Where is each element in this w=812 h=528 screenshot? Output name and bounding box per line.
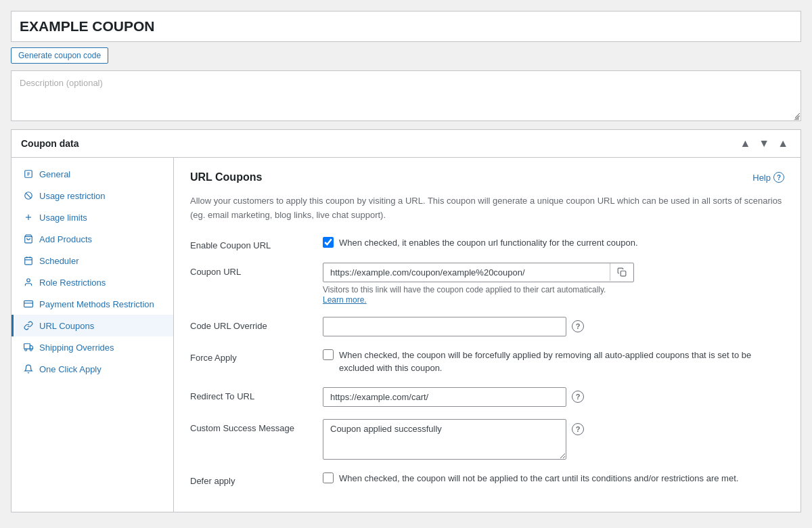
defer-apply-checkbox[interactable] — [323, 472, 334, 483]
sidebar-label-shipping-overrides: Shipping Overrides — [39, 343, 114, 353]
section-header: URL Coupons Help ? — [190, 171, 784, 183]
help-link[interactable]: Help ? — [752, 172, 784, 183]
enable-coupon-url-label: Enable Coupon URL — [190, 236, 312, 250]
svg-rect-13 — [24, 344, 30, 349]
force-apply-field: When checked, the coupon will be forcefu… — [323, 349, 784, 375]
svg-point-10 — [27, 279, 30, 282]
custom-success-message-textarea[interactable]: Coupon applied successfully — [323, 419, 566, 460]
panel-collapse-button[interactable]: ▲ — [775, 137, 791, 150]
code-url-override-help-icon: ? — [572, 320, 584, 332]
payment-methods-icon — [23, 299, 34, 309]
sidebar-item-usage-restriction[interactable]: Usage restriction — [12, 185, 173, 206]
custom-success-message-field: Coupon applied successfully ? — [323, 419, 784, 460]
panel-body: General Usage restriction Usage limits — [12, 158, 800, 512]
custom-success-message-label: Custom Success Message — [190, 419, 312, 433]
coupon-name-input[interactable] — [20, 18, 792, 35]
code-url-override-row: Code URL Override ? — [190, 317, 784, 336]
shipping-overrides-icon — [23, 342, 34, 353]
sidebar-label-add-products: Add Products — [39, 234, 92, 244]
force-apply-row: Force Apply When checked, the coupon wil… — [190, 349, 784, 375]
sidebar-item-payment-methods[interactable]: Payment Methods Restriction — [12, 293, 173, 315]
sidebar-label-usage-limits: Usage limits — [39, 213, 87, 223]
resize-handle: ◢ — [792, 112, 800, 120]
coupon-url-input-group — [323, 263, 634, 282]
defer-apply-label: Defer apply — [190, 472, 312, 486]
code-url-override-input[interactable] — [323, 317, 566, 336]
add-products-icon — [23, 234, 34, 244]
sidebar-label-role-restrictions: Role Restrictions — [39, 278, 106, 288]
sidebar-nav: General Usage restriction Usage limits — [12, 158, 174, 512]
force-apply-checkbox[interactable] — [323, 349, 334, 360]
enable-coupon-url-checkbox-wrap: When checked, it enables the coupon url … — [323, 236, 784, 250]
sidebar-label-url-coupons: URL Coupons — [39, 321, 94, 331]
svg-point-14 — [25, 349, 27, 351]
generate-coupon-button[interactable]: Generate coupon code — [11, 47, 108, 64]
general-icon — [23, 169, 34, 179]
one-click-apply-icon — [23, 364, 34, 374]
force-apply-checkbox-wrap: When checked, the coupon will be forcefu… — [323, 349, 784, 375]
svg-rect-16 — [621, 271, 626, 276]
custom-success-message-help-icon: ? — [572, 423, 584, 435]
sidebar-label-scheduler: Scheduler — [39, 256, 79, 266]
defer-apply-checkbox-wrap: When checked, the coupon will not be app… — [323, 472, 784, 485]
description-box: ◢ — [11, 70, 801, 121]
learn-more-link[interactable]: Learn more. — [323, 295, 367, 305]
sidebar-label-payment-methods: Payment Methods Restriction — [39, 299, 154, 309]
sidebar-item-add-products[interactable]: Add Products — [12, 228, 173, 250]
coupon-data-panel: Coupon data ▲ ▼ ▲ General — [11, 129, 801, 512]
sidebar-item-scheduler[interactable]: Scheduler — [12, 250, 173, 271]
coupon-url-note: Visitors to this link will have the coup… — [323, 285, 784, 294]
code-url-override-label: Code URL Override — [190, 317, 312, 331]
enable-coupon-url-checkbox[interactable] — [323, 237, 334, 248]
redirect-to-url-help-icon: ? — [572, 391, 584, 403]
panel-title: Coupon data — [21, 138, 79, 149]
coupon-url-row: Coupon URL Visitors to this link will ha… — [190, 263, 784, 305]
description-textarea[interactable] — [12, 71, 800, 118]
redirect-to-url-row: Redirect To URL ? — [190, 387, 784, 407]
help-icon: ? — [773, 172, 784, 183]
enable-coupon-url-checkbox-label: When checked, it enables the coupon url … — [339, 236, 638, 250]
url-coupons-icon — [23, 320, 34, 331]
sidebar-item-url-coupons[interactable]: URL Coupons — [12, 315, 173, 336]
sidebar-item-general[interactable]: General — [12, 163, 173, 185]
sidebar-label-usage-restriction: Usage restriction — [39, 191, 106, 201]
svg-point-15 — [30, 349, 32, 351]
svg-rect-6 — [25, 257, 32, 265]
svg-line-2 — [26, 193, 31, 198]
sidebar-label-general: General — [39, 169, 70, 179]
sidebar-item-usage-limits[interactable]: Usage limits — [12, 206, 173, 228]
enable-coupon-url-field: When checked, it enables the coupon url … — [323, 236, 784, 250]
scheduler-icon — [23, 255, 34, 266]
coupon-url-label: Coupon URL — [190, 263, 312, 277]
copy-url-button[interactable] — [610, 263, 633, 281]
usage-restriction-icon — [23, 190, 34, 201]
defer-apply-row: Defer apply When checked, the coupon wil… — [190, 472, 784, 486]
sidebar-label-one-click-apply: One Click Apply — [39, 364, 102, 374]
coupon-url-input[interactable] — [323, 263, 610, 282]
force-apply-label: Force Apply — [190, 349, 312, 363]
panel-down-button[interactable]: ▼ — [756, 137, 772, 150]
panel-header: Coupon data ▲ ▼ ▲ — [12, 130, 800, 158]
copy-icon — [617, 267, 627, 277]
panel-up-button[interactable]: ▲ — [737, 137, 753, 150]
main-content: URL Coupons Help ? Allow your customers … — [174, 158, 800, 512]
redirect-to-url-field: ? — [323, 387, 784, 407]
section-title: URL Coupons — [190, 171, 262, 183]
custom-success-message-row: Custom Success Message Coupon applied su… — [190, 419, 784, 460]
role-restrictions-icon — [23, 277, 34, 288]
redirect-to-url-input[interactable] — [323, 387, 566, 407]
coupon-url-field: Visitors to this link will have the coup… — [323, 263, 784, 305]
svg-rect-11 — [24, 301, 33, 307]
coupon-name-box — [11, 11, 801, 42]
sidebar-item-role-restrictions[interactable]: Role Restrictions — [12, 271, 173, 293]
sidebar-item-shipping-overrides[interactable]: Shipping Overrides — [12, 336, 173, 358]
defer-apply-checkbox-label: When checked, the coupon will not be app… — [339, 472, 738, 485]
panel-controls: ▲ ▼ ▲ — [737, 137, 791, 150]
enable-coupon-url-row: Enable Coupon URL When checked, it enabl… — [190, 236, 784, 250]
page-wrapper: Generate coupon code ◢ Coupon data ▲ ▼ ▲ — [0, 0, 812, 523]
help-label: Help — [752, 173, 771, 183]
sidebar-item-one-click-apply[interactable]: One Click Apply — [12, 358, 173, 380]
usage-limits-icon — [23, 212, 34, 223]
redirect-to-url-label: Redirect To URL — [190, 387, 312, 401]
code-url-override-field: ? — [323, 317, 784, 336]
